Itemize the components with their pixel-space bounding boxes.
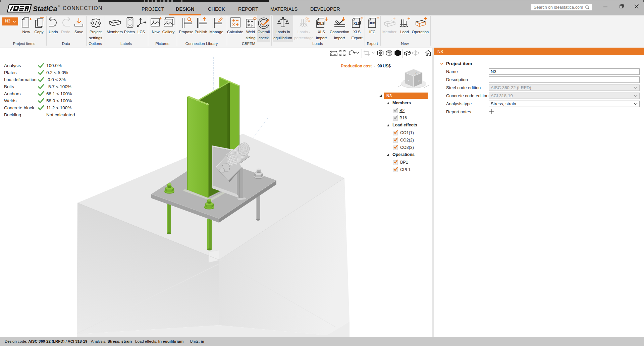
svg-text:StatiCa: StatiCa [33, 5, 57, 12]
svg-text:XLS: XLS [354, 22, 360, 25]
svg-text:XLS: XLS [318, 22, 325, 25]
svg-text:®: ® [58, 5, 60, 8]
svg-text:IFC: IFC [370, 21, 375, 25]
